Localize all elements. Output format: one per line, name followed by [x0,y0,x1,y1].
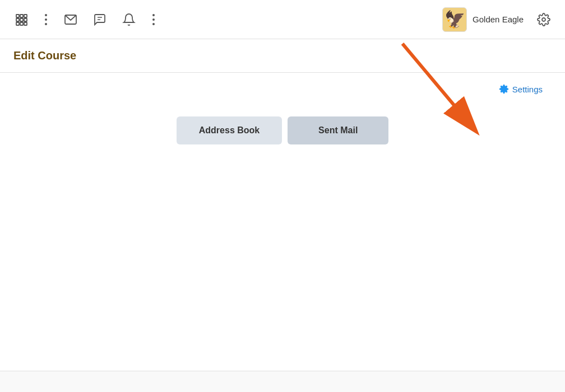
settings-link-area: Settings [0,73,565,100]
page-title-bar: Edit Course [0,39,565,73]
svg-point-10 [542,18,545,21]
svg-rect-2 [24,15,27,17]
user-name: Golden Eagle [473,15,524,24]
grid-icon[interactable] [11,10,31,30]
settings-gear-icon [499,84,509,94]
dots-menu-icon[interactable] [40,10,52,30]
page-title: Edit Course [13,49,552,62]
top-navigation: 🦅 Golden Eagle [0,0,565,39]
settings-label: Settings [512,85,543,94]
bell-icon[interactable] [119,10,139,30]
svg-rect-7 [20,22,23,25]
bottom-bar [0,371,565,392]
svg-rect-1 [20,15,23,17]
svg-rect-4 [20,18,23,21]
avatar[interactable]: 🦅 [442,7,467,32]
settings-link[interactable]: Settings [499,84,543,94]
address-book-button[interactable]: Address Book [177,116,282,144]
buttons-area: Address Book Sent Mail [0,100,565,156]
avatar-image: 🦅 [444,11,465,28]
chat-icon[interactable] [90,10,110,30]
svg-rect-5 [24,18,27,21]
svg-point-11 [503,88,506,91]
user-section: 🦅 Golden Eagle [442,7,554,32]
main-content: Settings Address Book Sent Mail [0,73,565,392]
settings-nav-icon[interactable] [534,10,554,30]
sent-mail-button[interactable]: Sent Mail [288,116,388,144]
svg-rect-3 [16,18,19,21]
mail-icon[interactable] [61,10,81,30]
svg-rect-8 [24,22,27,25]
svg-rect-6 [16,22,19,25]
dots-menu-2-icon[interactable] [148,10,159,30]
svg-rect-0 [16,15,19,17]
